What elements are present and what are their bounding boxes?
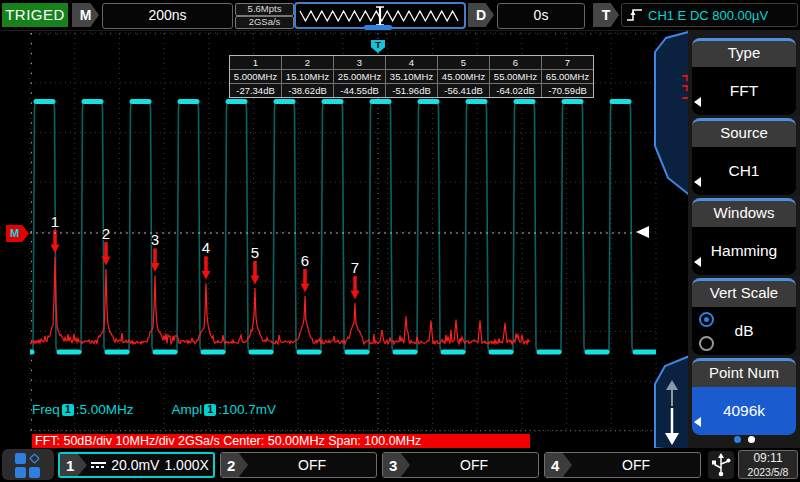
measurement-readouts: Freq 1 :5.00MHz Ampl 1 :100.7mV — [32, 402, 276, 417]
menu-item-point-num[interactable]: Point Num 4096k — [692, 358, 796, 435]
trigger-level-arrow-icon[interactable] — [636, 226, 649, 238]
peak-index: 6 — [490, 56, 541, 69]
menu-source-value: CH1 — [728, 162, 759, 180]
svg-text:4: 4 — [202, 239, 210, 256]
menu-page-indicator — [688, 436, 800, 443]
svg-text:2: 2 — [102, 225, 110, 242]
usb-icon — [708, 451, 734, 479]
svg-text:7: 7 — [351, 259, 359, 276]
peak-level: -56.41dB — [438, 84, 489, 97]
memory-depth: 5.6Mpts — [235, 3, 294, 16]
menu-windows-label: Windows — [692, 198, 796, 227]
freq-channel-chip: 1 — [62, 404, 74, 416]
channel-1-button[interactable]: 1 20.0mV 1.000X — [58, 452, 215, 478]
svg-text:3: 3 — [151, 231, 159, 248]
fft-peak-table: 1 2 3 4 5 6 7 5.000MHz 15.10MHz 25.00MHz… — [229, 55, 594, 98]
peak-freq: 45.00MHz — [438, 70, 489, 83]
menu-vert-scale-value: dB — [735, 322, 754, 340]
menu-type-label: Type — [692, 38, 796, 67]
svg-text:6: 6 — [301, 252, 309, 269]
peak-index: 4 — [386, 56, 437, 69]
peak-freq: 65.00MHz — [542, 70, 593, 83]
channel-3-number: 3 — [383, 453, 410, 477]
svg-text:1: 1 — [51, 213, 59, 230]
apps-grid-icon — [15, 453, 40, 478]
channel-2-state: OFF — [298, 457, 326, 473]
menu-source-label: Source — [692, 118, 796, 147]
date: 2023/5/8 — [739, 466, 797, 478]
timebase-badge: M — [72, 3, 99, 27]
submenu-arrow-icon — [694, 257, 701, 267]
peak-index: 1 — [230, 56, 281, 69]
trigger-badge: T — [593, 3, 619, 27]
clock: 09:11 2023/5/8 — [738, 450, 798, 479]
freq-label: Freq — [32, 402, 60, 417]
radio-alt-option[interactable] — [699, 336, 714, 351]
trigger-status-badge: TRIGED — [2, 3, 68, 27]
menu-item-windows[interactable]: Windows Hamming — [692, 198, 796, 275]
channel-1-number: 1 — [60, 454, 87, 476]
dc-coupling-icon — [91, 462, 106, 468]
submenu-arrow-icon — [694, 177, 701, 187]
peak-index: 7 — [542, 56, 593, 69]
peak-level: -70.59dB — [542, 84, 593, 97]
peak-freq: 25.00MHz — [334, 70, 385, 83]
svg-text:5: 5 — [251, 244, 259, 261]
peak-freq: 35.10MHz — [386, 70, 437, 83]
freq-value: :5.00MHz — [76, 402, 134, 417]
channel-3-button[interactable]: 3 OFF — [382, 452, 539, 478]
peak-freq: 55.00MHz — [490, 70, 541, 83]
preview-position-handle[interactable] — [364, 25, 392, 30]
fft-settings-bar: FFT: 50dB/div 10MHz/div 2GSa/s Center: 5… — [32, 434, 530, 449]
channel-2-number: 2 — [221, 453, 248, 477]
ampl-channel-chip: 1 — [204, 404, 216, 416]
peak-freq: 15.10MHz — [282, 70, 333, 83]
ampl-label: Ampl — [172, 402, 203, 417]
submenu-arrow-icon — [694, 417, 701, 427]
channel-1-scale: 20.0mV — [111, 457, 159, 473]
menu-item-source[interactable]: Source CH1 — [692, 118, 796, 195]
menu-panel: Type FFT Source CH1 Windows Hamming Vert… — [688, 30, 800, 448]
page-dot — [748, 436, 755, 443]
peak-index: 2 — [282, 56, 333, 69]
preview-zigzag — [296, 4, 462, 27]
menu-vert-scale-label: Vert Scale — [692, 278, 796, 307]
peak-level: -27.34dB — [230, 84, 281, 97]
peak-freq: 5.000MHz — [230, 70, 281, 83]
trigger-settings[interactable]: CH1 E DC 800.00µV — [621, 3, 798, 27]
peak-level: -44.55dB — [334, 84, 385, 97]
channel-status-bar: 1 20.0mV 1.000X 2 OFF 3 OFF 4 OFF — [0, 448, 800, 482]
peak-level: -51.96dB — [386, 84, 437, 97]
channel-4-number: 4 — [545, 453, 572, 477]
peak-level: -64.02dB — [490, 84, 541, 97]
apps-menu-button[interactable] — [2, 449, 54, 480]
channel-4-button[interactable]: 4 OFF — [544, 452, 701, 478]
usb-indicator — [708, 451, 734, 479]
channel-1-probe: 1.000X — [164, 457, 208, 473]
menu-point-num-value: 4096k — [723, 402, 765, 420]
oscilloscope-screen: 1234567 TRIGED M 200ns 5.6Mpts 2GSa/s D … — [0, 0, 800, 482]
channel-3-state: OFF — [460, 457, 488, 473]
ampl-value: :100.7mV — [218, 402, 276, 417]
menu-type-value: FFT — [730, 82, 758, 100]
menu-item-type[interactable]: Type FFT — [692, 38, 796, 115]
peak-index: 3 — [334, 56, 385, 69]
sample-rate: 2GSa/s — [235, 16, 294, 29]
delay-value[interactable]: 0s — [497, 3, 585, 29]
peak-index: 5 — [438, 56, 489, 69]
submenu-arrow-icon — [694, 97, 701, 107]
menu-item-vert-scale[interactable]: Vert Scale dB — [692, 278, 796, 355]
fft-side-tab: FFT — [646, 28, 694, 200]
menu-windows-value: Hamming — [711, 242, 777, 260]
time: 09:11 — [739, 451, 797, 466]
trigger-info-text: CH1 E DC 800.00µV — [648, 8, 768, 23]
channel-4-state: OFF — [622, 457, 650, 473]
menu-point-num-label: Point Num — [692, 358, 796, 387]
timebase-value[interactable]: 200ns — [102, 3, 233, 29]
delay-badge: D — [468, 3, 494, 27]
rising-edge-icon — [626, 7, 644, 23]
radio-db-selected[interactable] — [699, 312, 714, 327]
channel-2-button[interactable]: 2 OFF — [220, 452, 377, 478]
page-dot-active — [734, 436, 741, 443]
peak-level: -38.62dB — [282, 84, 333, 97]
